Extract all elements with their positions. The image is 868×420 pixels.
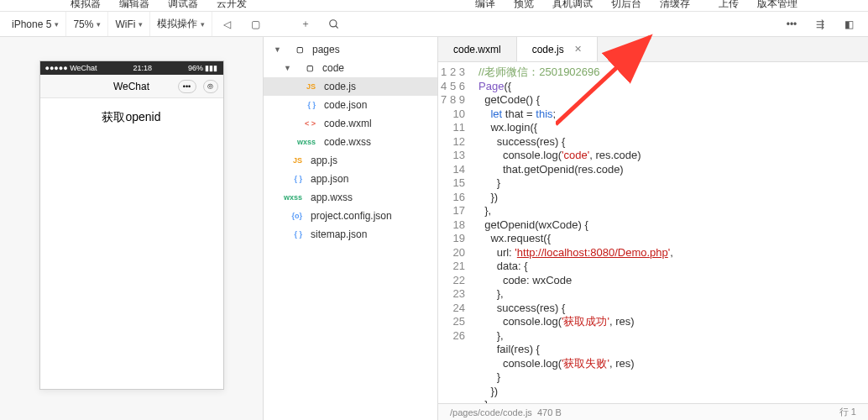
menu-item[interactable]: 版本管理 xyxy=(757,0,797,7)
file-type-icon: wxss xyxy=(284,193,302,202)
file-name: sitemap.json xyxy=(311,228,367,240)
tree-item[interactable]: ▼▢code xyxy=(264,59,437,77)
menu-item[interactable]: 编辑器 xyxy=(119,0,149,7)
file-type-icon: JS xyxy=(284,156,302,165)
menu-item[interactable]: 上传 xyxy=(719,0,739,7)
file-type-icon: { } xyxy=(297,101,316,109)
simops-dropdown[interactable]: 模拟操作▾ xyxy=(150,12,212,37)
tree-item[interactable]: wxsscode.wxss xyxy=(264,133,437,151)
tree-item[interactable]: JScode.js xyxy=(264,77,437,96)
file-name: app.js xyxy=(311,155,337,166)
tree-item[interactable]: { }sitemap.json xyxy=(264,225,437,244)
phone-frame: ●●●●● WeChat21:1896% ▮▮▮ WeChat ••• ◎ 获取… xyxy=(39,60,224,390)
menu-item[interactable]: 清缓存 xyxy=(660,0,700,7)
chevron-down-icon: ▾ xyxy=(55,20,59,29)
phone-statusbar: ●●●●● WeChat21:1896% ▮▮▮ xyxy=(40,61,223,75)
simulator-panel: ●●●●● WeChat21:1896% ▮▮▮ WeChat ••• ◎ 获取… xyxy=(0,37,264,420)
menu-item[interactable]: 真机调试 xyxy=(552,0,593,7)
tree-item[interactable]: { }code.json xyxy=(264,96,437,114)
tree-item[interactable]: < >code.wxml xyxy=(264,114,437,133)
menu-item[interactable]: 调试器 xyxy=(168,0,198,7)
editor-tabs: code.wxmlcode.js✕ xyxy=(438,37,868,62)
tree-item[interactable]: ▼▢pages xyxy=(264,40,437,59)
phone-navbar: WeChat ••• ◎ xyxy=(40,75,223,98)
menu-item[interactable]: 预览 xyxy=(514,0,534,7)
chevron-down-icon: ▾ xyxy=(97,20,101,29)
search-icon[interactable] xyxy=(325,15,343,34)
file-name: code.wxss xyxy=(324,136,371,148)
file-name: pages xyxy=(312,44,340,55)
expand-icon: ▼ xyxy=(284,64,292,72)
tree-item[interactable]: { }app.json xyxy=(264,170,437,188)
file-type-icon: < > xyxy=(297,119,316,128)
file-type-icon: { } xyxy=(284,230,302,239)
expand-icon: ▼ xyxy=(274,45,282,54)
file-name: code.wxml xyxy=(324,118,372,129)
file-type-icon: ▢ xyxy=(295,64,314,72)
editor-tab[interactable]: code.js✕ xyxy=(517,37,598,61)
chevron-down-icon: ▾ xyxy=(139,20,143,29)
menu-item[interactable]: 切后台 xyxy=(611,0,641,7)
menu-item[interactable]: 云开发 xyxy=(217,0,247,7)
file-name: project.config.json xyxy=(311,210,392,222)
capsule-menu-icon[interactable]: ••• xyxy=(178,80,196,93)
add-icon[interactable]: ＋ xyxy=(296,15,315,34)
menu-item[interactable]: 模拟器 xyxy=(71,0,101,7)
file-type-icon: ▢ xyxy=(285,45,304,54)
chevron-down-icon: ▾ xyxy=(201,20,205,29)
menu-item[interactable]: 编译 xyxy=(475,0,495,7)
split-icon[interactable]: ◧ xyxy=(839,15,858,34)
code-area[interactable]: //老师微信：2501902696Page({ getCode() { let … xyxy=(472,62,673,420)
page-title: WeChat xyxy=(113,81,149,92)
network-dropdown[interactable]: WiFi▾ xyxy=(108,12,150,37)
file-name: app.wxss xyxy=(311,192,353,203)
file-name: app.json xyxy=(311,173,348,185)
openid-button[interactable]: 获取openid xyxy=(40,98,223,137)
close-icon[interactable]: ✕ xyxy=(574,44,582,55)
editor-panel: code.wxmlcode.js✕ 1 2 3 4 5 6 7 8 9 10 1… xyxy=(438,37,868,420)
file-type-icon: {o} xyxy=(284,212,302,220)
line-gutter: 1 2 3 4 5 6 7 8 9 10 11 12 13 14 15 16 1… xyxy=(438,62,472,420)
file-name: code.js xyxy=(324,81,356,92)
toolbar: iPhone 5▾ 75%▾ WiFi▾ 模拟操作▾ ◁ ▢ ＋ ••• ⇶ ◧ xyxy=(0,12,868,37)
file-type-icon: { } xyxy=(284,175,302,183)
device-dropdown[interactable]: iPhone 5▾ xyxy=(5,12,66,37)
file-name: code xyxy=(322,62,344,74)
svg-point-0 xyxy=(330,19,337,26)
svg-line-1 xyxy=(336,25,338,28)
file-name: code.json xyxy=(324,99,367,111)
more-icon[interactable]: ••• xyxy=(782,15,801,34)
indent-icon[interactable]: ⇶ xyxy=(811,15,829,34)
stop-icon[interactable]: ▢ xyxy=(246,15,264,34)
file-type-icon: wxss xyxy=(297,138,316,146)
tree-item[interactable]: wxssapp.wxss xyxy=(264,188,437,207)
file-tree: ▼▢pages▼▢codeJScode.js{ }code.json< >cod… xyxy=(264,37,438,420)
status-bar: /pages/code/code.js 470 B 行 1 xyxy=(438,403,868,420)
top-menubar: 模拟器编辑器调试器云开发编译预览真机调试切后台清缓存 上传版本管理 xyxy=(0,0,868,12)
file-type-icon: JS xyxy=(297,82,316,91)
mute-icon[interactable]: ◁ xyxy=(217,15,236,34)
capsule-close-icon[interactable]: ◎ xyxy=(203,80,218,93)
zoom-dropdown[interactable]: 75%▾ xyxy=(66,12,108,37)
tree-item[interactable]: {o}project.config.json xyxy=(264,207,437,225)
tree-item[interactable]: JSapp.js xyxy=(264,151,437,170)
editor-tab[interactable]: code.wxml xyxy=(438,37,517,61)
